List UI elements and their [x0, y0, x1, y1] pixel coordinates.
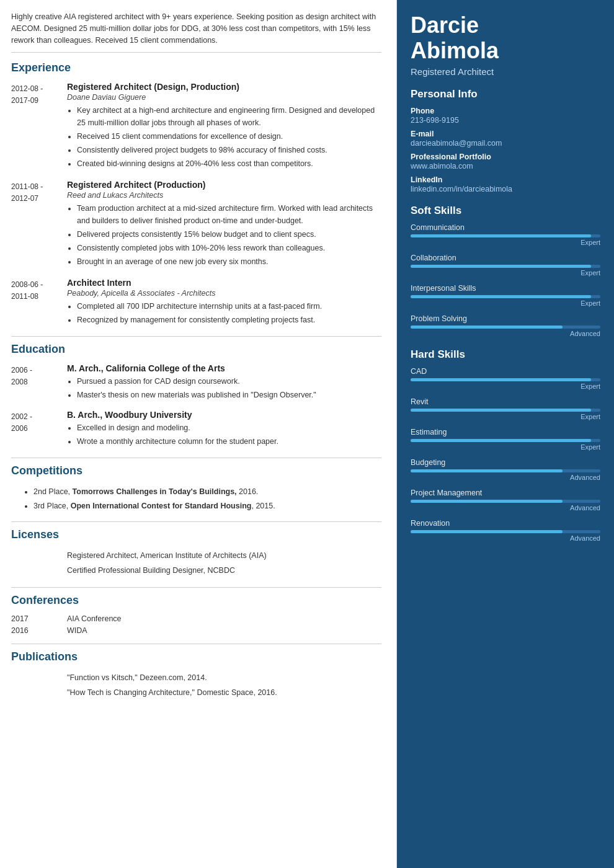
- skill-bar-fill: [411, 469, 563, 472]
- publication-item: "How Tech is Changing Architecture," Dom…: [67, 686, 381, 701]
- experience-entry: 2011-08 -2012-07 Registered Architect (P…: [11, 180, 381, 269]
- bullet-item: Delivered projects consistently 15% belo…: [77, 228, 381, 241]
- skill-level-label: Expert: [411, 299, 600, 307]
- hard-skill-item: Revit Expert: [411, 397, 600, 420]
- bullet-item: Created bid-winning designs at 20%-40% l…: [77, 157, 381, 170]
- bullet-item: Pursued a passion for CAD design coursew…: [77, 375, 381, 388]
- entry-dates: 2012-08 -2017-09: [11, 82, 67, 171]
- entry-content: Architect Intern Peabody, Apicella & Ass…: [67, 278, 381, 327]
- info-value: www.abimola.com: [411, 162, 600, 170]
- skill-bar-fill: [411, 530, 563, 533]
- skill-level-label: Advanced: [411, 474, 600, 481]
- experience-section: Experience 2012-08 -2017-09 Registered A…: [11, 61, 381, 327]
- bullet-item: Excelled in design and modeling.: [77, 422, 381, 434]
- soft-skill-item: Problem Solving Advanced: [411, 314, 600, 337]
- entry-company: Doane Daviau Giguere: [67, 93, 381, 102]
- entry-company: Peabody, Apicella & Associates - Archite…: [67, 289, 381, 298]
- conf-name: AIA Conference: [67, 614, 122, 623]
- skill-bar-fill: [411, 439, 591, 442]
- edu-title: B. Arch., Woodbury University: [67, 410, 381, 420]
- info-label: E-mail: [411, 130, 600, 138]
- bullet-item: Received 15 client commendations for exc…: [77, 130, 381, 143]
- skill-bar-bg: [411, 326, 600, 329]
- hard-skill-item: Budgeting Advanced: [411, 458, 600, 481]
- first-name: Darcie Abimola: [411, 12, 600, 64]
- skill-level-label: Expert: [411, 383, 600, 390]
- info-value: darcieabimola@gmail.com: [411, 139, 600, 148]
- skill-name: Budgeting: [411, 458, 600, 467]
- conf-year: 2017: [11, 614, 67, 623]
- personal-info-field: Professional Portfolio www.abimola.com: [411, 153, 600, 170]
- licenses-title: Licenses: [11, 528, 381, 542]
- bullet-item: Consistently completed jobs with 10%-20%…: [77, 242, 381, 254]
- conferences-title: Conferences: [11, 594, 381, 608]
- skill-level-label: Expert: [411, 269, 600, 277]
- skill-level-label: Expert: [411, 239, 600, 246]
- entry-bullets: Completed all 700 IDP architecture inter…: [67, 300, 381, 326]
- edu-content: M. Arch., California College of the Arts…: [67, 363, 381, 402]
- skill-level-label: Advanced: [411, 534, 600, 542]
- bullet-item: Consistently delivered project budgets t…: [77, 144, 381, 156]
- skill-name: CAD: [411, 367, 600, 376]
- hard-skills-list: CAD Expert Revit Expert Estimating Exper…: [411, 367, 600, 542]
- competition-item: 3rd Place, Open International Contest fo…: [33, 499, 381, 513]
- skill-bar-fill: [411, 500, 563, 503]
- experience-entry: 2008-06 -2011-08 Architect Intern Peabod…: [11, 278, 381, 327]
- skill-bar-bg: [411, 409, 600, 412]
- entry-content: Registered Architect (Production) Reed a…: [67, 180, 381, 269]
- education-title: Education: [11, 343, 381, 357]
- entry-content: Registered Architect (Design, Production…: [67, 82, 381, 171]
- skill-level-label: Advanced: [411, 504, 600, 512]
- skill-name: Communication: [411, 223, 600, 232]
- competitions-section: Competitions 2nd Place, Tomorrows Challe…: [11, 464, 381, 513]
- edu-bullets: Pursued a passion for CAD design coursew…: [67, 375, 381, 401]
- bullet-item: Brought in an average of one new job eve…: [77, 255, 381, 268]
- skill-bar-bg: [411, 378, 600, 381]
- experience-title: Experience: [11, 61, 381, 76]
- skill-bar-bg: [411, 234, 600, 237]
- licenses-block: Registered Architect, American Institute…: [11, 549, 381, 578]
- competition-item: 2nd Place, Tomorrows Challenges in Today…: [33, 485, 381, 499]
- publications-section: Publications "Function vs Kitsch," Dezee…: [11, 650, 381, 701]
- skill-level-label: Expert: [411, 413, 600, 420]
- personal-info-field: E-mail darcieabimola@gmail.com: [411, 130, 600, 148]
- info-label: Professional Portfolio: [411, 153, 600, 161]
- skill-bar-bg: [411, 530, 600, 533]
- education-entries: 2006 -2008 M. Arch., California College …: [11, 363, 381, 449]
- entry-bullets: Team production architect at a mid-sized…: [67, 202, 381, 268]
- personal-info-title: Personal Info: [411, 88, 600, 100]
- license-item: Certified Professional Building Designer…: [67, 564, 381, 578]
- info-label: Phone: [411, 107, 600, 115]
- skill-name: Project Management: [411, 489, 600, 497]
- bullet-item: Team production architect at a mid-sized…: [77, 202, 381, 227]
- conf-name: WIDA: [67, 626, 87, 635]
- soft-skill-item: Interpersonal Skills Expert: [411, 284, 600, 307]
- hard-skill-item: Project Management Advanced: [411, 489, 600, 512]
- education-section: Education 2006 -2008 M. Arch., Californi…: [11, 343, 381, 449]
- bullet-item: Completed all 700 IDP architecture inter…: [77, 300, 381, 312]
- hard-skill-item: CAD Expert: [411, 367, 600, 390]
- edu-title: M. Arch., California College of the Arts: [67, 363, 381, 373]
- conferences-entries: 2017 AIA Conference 2016 WIDA: [11, 614, 381, 635]
- skill-bar-fill: [411, 326, 563, 329]
- skill-bar-fill: [411, 234, 591, 237]
- licenses-section: Licenses Registered Architect, American …: [11, 528, 381, 578]
- entry-title: Architect Intern: [67, 278, 381, 288]
- entry-dates: 2011-08 -2012-07: [11, 180, 67, 269]
- personal-info-field: Phone 213-698-9195: [411, 107, 600, 125]
- skill-name: Revit: [411, 397, 600, 406]
- experience-entry: 2012-08 -2017-09 Registered Architect (D…: [11, 82, 381, 171]
- entry-bullets: Key architect at a high-end architecture…: [67, 104, 381, 170]
- job-title: Registered Architect: [411, 66, 600, 77]
- experience-entries: 2012-08 -2017-09 Registered Architect (D…: [11, 82, 381, 327]
- name-block: Darcie Abimola Registered Architect: [411, 12, 600, 77]
- soft-skills-title: Soft Skills: [411, 205, 600, 217]
- bullet-item: Key architect at a high-end architecture…: [77, 104, 381, 129]
- skill-bar-fill: [411, 409, 591, 412]
- skill-level-label: Expert: [411, 443, 600, 451]
- skill-bar-bg: [411, 265, 600, 268]
- left-column: Highly creative AIA registered architect…: [0, 0, 397, 868]
- conferences-section: Conferences 2017 AIA Conference 2016 WID…: [11, 594, 381, 635]
- skill-bar-bg: [411, 469, 600, 472]
- soft-skills-list: Communication Expert Collaboration Exper…: [411, 223, 600, 337]
